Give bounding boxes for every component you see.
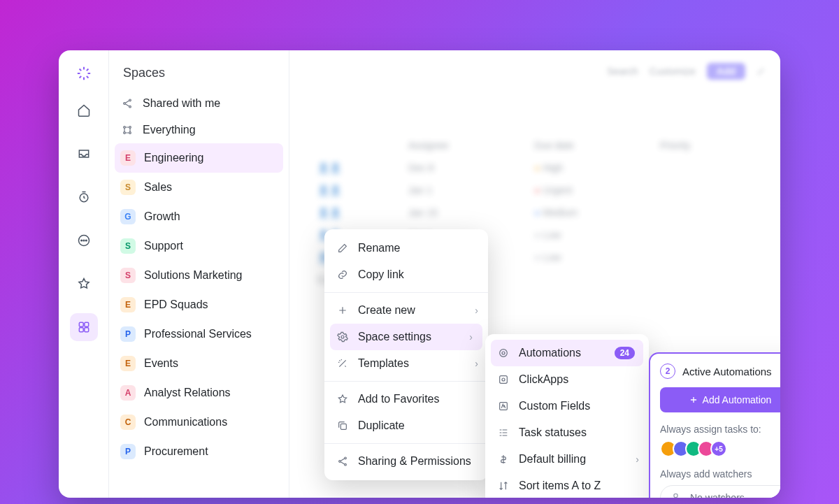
svg-point-4 (85, 240, 87, 241)
star-icon[interactable] (70, 270, 98, 298)
wand-icon (337, 358, 350, 369)
svg-point-10 (124, 103, 126, 105)
space-badge: S (120, 180, 136, 195)
submenu-sort-az[interactable]: Sort items A to Z (485, 473, 649, 498)
svg-point-16 (341, 336, 344, 338)
menu-space-settings[interactable]: Space settings› (330, 324, 482, 350)
active-count-badge: 2 (660, 363, 675, 379)
plus-icon (689, 395, 698, 405)
automations-panel: 2 Active Automations Add Automation Alwa… (649, 352, 780, 498)
chevron-right-icon: › (469, 331, 473, 343)
gear-icon (337, 331, 350, 343)
plus-icon (337, 305, 350, 316)
nav-rail (59, 50, 109, 498)
svg-point-15 (129, 132, 131, 134)
space-badge: S (120, 238, 136, 254)
sidebar-space-events[interactable]: EEvents (109, 349, 289, 378)
svg-rect-23 (500, 376, 508, 384)
sidebar-space-growth[interactable]: GGrowth (109, 202, 289, 231)
add-automation-button[interactable]: Add Automation (660, 387, 780, 412)
submenu-task-statuses[interactable]: Task statuses (485, 419, 649, 446)
star-outline-icon (337, 394, 350, 405)
search-link[interactable]: Search (607, 66, 638, 77)
share-icon (337, 456, 350, 467)
sidebar-space-engineering[interactable]: EEngineering (115, 143, 283, 173)
svg-point-19 (339, 461, 341, 463)
svg-point-14 (124, 132, 126, 134)
menu-duplicate[interactable]: Duplicate (324, 412, 488, 439)
space-badge: S (120, 268, 136, 283)
chevron-right-icon: › (636, 454, 639, 465)
svg-point-3 (83, 240, 85, 241)
sidebar-space-epd-squads[interactable]: EEPD Squads (109, 290, 289, 319)
app-window: Spaces Shared with meEverythingEEngineer… (59, 50, 780, 498)
clickapps-icon (498, 374, 510, 385)
inbox-icon[interactable] (70, 140, 98, 168)
menu-rename[interactable]: Rename (324, 235, 488, 261)
share-icon (120, 98, 134, 109)
menu-favorites[interactable]: Add to Favorites (324, 386, 488, 412)
submenu-clickapps[interactable]: ClickApps (485, 366, 649, 393)
svg-point-21 (502, 352, 505, 354)
menu-create-new[interactable]: Create new› (324, 297, 488, 324)
spaces-icon[interactable] (70, 313, 98, 341)
add-button[interactable]: Add (707, 63, 745, 80)
submenu-custom-fields[interactable]: Custom Fields (485, 393, 649, 419)
svg-point-12 (124, 127, 126, 129)
watchers-input[interactable]: No watchers (660, 485, 780, 498)
expand-icon[interactable]: ⤢ (756, 66, 765, 77)
svg-point-22 (500, 350, 508, 357)
menu-sharing[interactable]: Sharing & Permissions (324, 448, 488, 475)
everything-icon (120, 124, 134, 136)
timer-icon[interactable] (70, 183, 98, 211)
space-badge: P (120, 326, 136, 342)
customize-link[interactable]: Customize (650, 66, 696, 77)
sidebar-space-analyst-relations[interactable]: AAnalyst Relations (109, 378, 289, 408)
svg-point-20 (345, 463, 347, 466)
home-icon[interactable] (70, 96, 98, 124)
assignee-avatars[interactable]: +5 (660, 440, 780, 457)
sidebar-space-sales[interactable]: SSales (109, 173, 289, 202)
automations-panel-title: 2 Active Automations (660, 363, 780, 379)
context-menu: Rename Copy link Create new› Space setti… (324, 229, 488, 480)
custom-fields-icon (498, 401, 510, 412)
svg-point-11 (129, 106, 131, 108)
menu-templates[interactable]: Templates› (324, 350, 488, 377)
logo (76, 66, 92, 81)
statuses-icon (498, 427, 510, 438)
space-badge: C (120, 415, 136, 430)
space-badge: G (120, 209, 136, 224)
automation-icon (498, 347, 510, 359)
assign-label: Always assign tasks to: (660, 424, 780, 435)
sort-icon (498, 480, 510, 491)
svg-point-24 (502, 378, 505, 381)
more-icon[interactable] (70, 226, 98, 254)
svg-point-2 (80, 240, 82, 241)
sidebar: Spaces Shared with meEverythingEEngineer… (109, 50, 289, 498)
svg-rect-6 (84, 322, 88, 326)
space-badge: P (120, 444, 136, 459)
sidebar-item-everything[interactable]: Everything (109, 117, 289, 143)
dollar-icon (498, 454, 510, 465)
svg-point-13 (129, 127, 131, 129)
space-badge: A (120, 385, 136, 401)
menu-copy-link[interactable]: Copy link (324, 261, 488, 288)
svg-rect-7 (79, 328, 83, 332)
sidebar-space-professional-services[interactable]: PProfessional Services (109, 319, 289, 349)
sidebar-space-procurement[interactable]: PProcurement (109, 437, 289, 466)
sidebar-space-solutions-marketing[interactable]: SSolutions Marketing (109, 261, 289, 290)
submenu-automations[interactable]: Automations24 (491, 340, 643, 366)
link-icon (337, 269, 350, 280)
copy-icon (337, 420, 350, 431)
chevron-right-icon: › (475, 305, 478, 316)
space-badge: E (120, 150, 136, 166)
pencil-icon (337, 243, 350, 254)
svg-point-18 (345, 457, 347, 459)
submenu-default-billing[interactable]: Default billing› (485, 446, 649, 473)
sidebar-space-support[interactable]: SSupport (109, 231, 289, 261)
sidebar-title: Spaces (109, 50, 289, 90)
topbar: Search Customize Add ⤢ (607, 63, 765, 80)
automations-count-badge: 24 (615, 347, 635, 359)
sidebar-item-shared-with-me[interactable]: Shared with me (109, 90, 289, 117)
sidebar-space-communications[interactable]: CCommunications (109, 408, 289, 437)
